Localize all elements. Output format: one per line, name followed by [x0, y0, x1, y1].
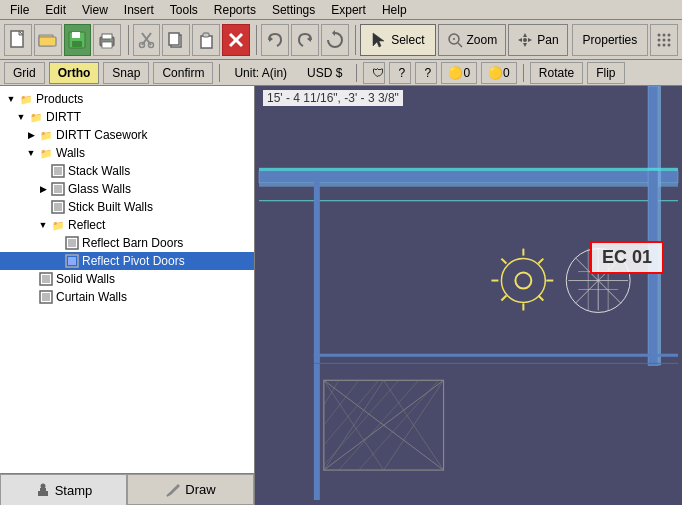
wall-icon-stick	[50, 199, 66, 215]
expander-reflect[interactable]: ▼	[36, 220, 50, 230]
draw-icon	[165, 482, 181, 498]
svg-rect-55	[42, 293, 50, 301]
svg-rect-62	[259, 183, 678, 187]
snap-sep-1	[219, 64, 220, 82]
svg-rect-47	[54, 203, 62, 211]
grid-dots-button[interactable]	[650, 24, 678, 56]
svg-point-58	[40, 484, 45, 489]
canvas-area[interactable]: 15' - 4 11/16", -3' - 3 3/8"	[255, 86, 682, 505]
paste-button[interactable]	[192, 24, 220, 56]
tree-item-barn-doors[interactable]: Reflect Barn Doors	[0, 234, 254, 252]
svg-point-35	[668, 33, 671, 36]
tree-item-stick-built[interactable]: Stick Built Walls	[0, 198, 254, 216]
new-button[interactable]	[4, 24, 32, 56]
save-button[interactable]	[64, 24, 92, 56]
tree-item-curtain-walls[interactable]: Curtain Walls	[0, 288, 254, 306]
svg-rect-66	[314, 171, 320, 500]
select-button[interactable]: Select	[360, 24, 435, 56]
refresh-button[interactable]	[321, 24, 349, 56]
svg-marker-24	[373, 33, 384, 47]
wall-icon-curtain	[38, 289, 54, 305]
svg-point-39	[658, 43, 661, 46]
copy-button[interactable]	[162, 24, 190, 56]
expander-walls[interactable]: ▼	[24, 148, 38, 158]
svg-rect-43	[54, 167, 62, 175]
tree-item-products[interactable]: ▼ 📁 Products	[0, 90, 254, 108]
currency-display: USD $	[299, 62, 350, 84]
tree-item-pivot-doors[interactable]: Reflect Pivot Doors	[0, 252, 254, 270]
tree-label-stick-built: Stick Built Walls	[68, 200, 153, 214]
menu-settings[interactable]: Settings	[264, 1, 323, 19]
menu-edit[interactable]: Edit	[37, 1, 74, 19]
help-shield[interactable]: 🛡	[363, 62, 385, 84]
svg-marker-30	[518, 38, 522, 42]
svg-point-26	[453, 38, 455, 40]
svg-rect-9	[102, 42, 112, 48]
delete-button[interactable]	[222, 24, 250, 56]
svg-rect-60	[259, 86, 678, 505]
menu-help[interactable]: Help	[374, 1, 415, 19]
svg-point-34	[663, 33, 666, 36]
print-button[interactable]	[93, 24, 121, 56]
svg-rect-18	[203, 33, 209, 37]
zoom-button[interactable]: Zoom	[438, 24, 507, 56]
open-button[interactable]	[34, 24, 62, 56]
tree-label-stack-walls: Stack Walls	[68, 164, 130, 178]
draw-tab[interactable]: Draw	[127, 474, 254, 505]
stamp-tab[interactable]: Stamp	[0, 474, 127, 505]
grid-toggle[interactable]: Grid	[4, 62, 45, 84]
separator-2	[254, 25, 258, 55]
tree-item-reflect[interactable]: ▼ 📁 Reflect	[0, 216, 254, 234]
tree-label-walls: Walls	[56, 146, 85, 160]
rotate-button[interactable]: Rotate	[530, 62, 583, 84]
pan-button[interactable]: Pan	[508, 24, 567, 56]
tree-item-solid-walls[interactable]: Solid Walls	[0, 270, 254, 288]
svg-point-36	[658, 38, 661, 41]
cut-button[interactable]	[133, 24, 161, 56]
properties-label: Properties	[583, 33, 638, 47]
snap-toggle[interactable]: Snap	[103, 62, 149, 84]
confirm-button[interactable]: Confirm	[153, 62, 213, 84]
redo-button[interactable]	[291, 24, 319, 56]
svg-rect-16	[169, 33, 179, 45]
count2-display: 🟡 0	[481, 62, 517, 84]
svg-marker-28	[523, 33, 527, 37]
tree-item-dirtt[interactable]: ▼ 📁 DIRTT	[0, 108, 254, 126]
help-button[interactable]: ?	[389, 62, 411, 84]
pan-label: Pan	[537, 33, 558, 47]
expander-products[interactable]: ▼	[4, 94, 18, 104]
svg-rect-49	[68, 239, 76, 247]
tree-label-solid-walls: Solid Walls	[56, 272, 115, 286]
menu-insert[interactable]: Insert	[116, 1, 162, 19]
wall-icon-barn	[64, 235, 80, 251]
help-button2[interactable]: ?	[415, 62, 437, 84]
menu-tools[interactable]: Tools	[162, 1, 206, 19]
flip-button[interactable]: Flip	[587, 62, 624, 84]
stamp-icon	[35, 482, 51, 498]
tree-item-walls[interactable]: ▼ 📁 Walls	[0, 144, 254, 162]
tree-item-glass-walls[interactable]: ▶ Glass Walls	[0, 180, 254, 198]
ortho-toggle[interactable]: Ortho	[49, 62, 100, 84]
expander-casework[interactable]: ▶	[24, 130, 38, 140]
svg-rect-61	[259, 171, 678, 183]
tree-label-reflect: Reflect	[68, 218, 105, 232]
properties-button[interactable]: Properties	[572, 24, 649, 56]
expander-glass[interactable]: ▶	[36, 184, 50, 194]
menu-view[interactable]: View	[74, 1, 116, 19]
svg-rect-102	[259, 168, 678, 171]
menu-file[interactable]: File	[2, 1, 37, 19]
svg-rect-65	[658, 86, 661, 365]
tree-item-casework[interactable]: ▶ 📁 DIRTT Casework	[0, 126, 254, 144]
svg-point-38	[668, 38, 671, 41]
menu-expert[interactable]: Expert	[323, 1, 374, 19]
folder-icon-reflect: 📁	[50, 217, 66, 233]
undo-button[interactable]	[261, 24, 289, 56]
tree-item-stack-walls[interactable]: Stack Walls	[0, 162, 254, 180]
expander-dirtt[interactable]: ▼	[14, 112, 28, 122]
bottom-tabs: Stamp Draw	[0, 473, 254, 505]
menu-reports[interactable]: Reports	[206, 1, 264, 19]
ec-label-text: EC 01	[602, 247, 652, 267]
folder-icon-walls: 📁	[38, 145, 54, 161]
zoom-label: Zoom	[467, 33, 498, 47]
separator-3	[353, 25, 357, 55]
